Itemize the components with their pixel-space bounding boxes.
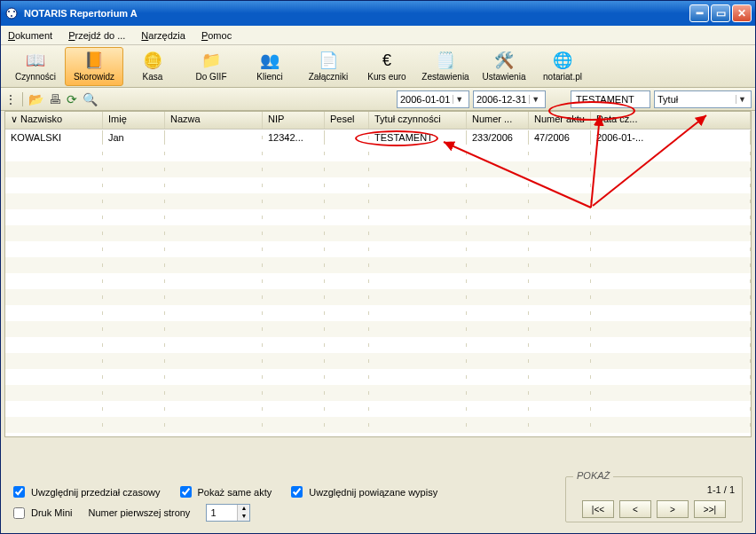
toolbar-klienci[interactable]: 👥Klienci (240, 47, 299, 86)
empty-row (5, 337, 751, 353)
print-icon[interactable]: 🖶 (49, 92, 61, 106)
empty-row (5, 401, 751, 417)
search-input[interactable] (574, 93, 647, 106)
grid-header: ∨ NazwiskoImięNazwaNIPPeselTytuł czynnoś… (5, 112, 751, 130)
pokaz-count: 1-1 / 1 (707, 484, 735, 495)
nav-first-button[interactable]: |<< (582, 500, 614, 518)
spin-down-icon[interactable]: ▼ (237, 513, 249, 521)
app-window: NOTARIS Repertorium A ━ ▭ ✕ Dokument Prz… (0, 0, 756, 534)
column-header[interactable]: Pesel (325, 112, 369, 129)
menu-przejdz-do[interactable]: Przejdź do ... (68, 30, 125, 41)
empty-row (5, 353, 751, 369)
nav-last-button[interactable]: >>| (694, 500, 726, 518)
column-header[interactable]: Numer ... (467, 112, 529, 129)
date-to-value: 2006-12-31 (476, 94, 526, 105)
empty-row (5, 369, 751, 385)
empty-row (5, 193, 751, 209)
toolbar-label: Czynności (15, 72, 56, 82)
column-header[interactable]: Numer aktu (529, 112, 591, 129)
menu-dokument[interactable]: Dokument (8, 30, 52, 41)
empty-row (5, 305, 751, 321)
menu-pomoc[interactable]: Pomoc (201, 30, 232, 41)
skorowidz-icon: 📙 (84, 51, 104, 70)
pokaz-group: POKAŻ 1-1 / 1 |<< < > >>| (565, 476, 743, 522)
chk-druk-mini-box[interactable] (13, 507, 25, 519)
toolbar-label: Ustawienia (483, 72, 526, 82)
svg-point-1 (8, 11, 10, 12)
toolbar-label: Do GIIF (195, 72, 226, 82)
pokaz-legend: POKAŻ (573, 470, 613, 481)
zalaczniki-icon: 📄 (319, 51, 338, 70)
cell-nip: 12342... (263, 130, 325, 145)
search-field-combo[interactable]: Tytuł ▼ (654, 90, 752, 108)
klienci-icon: 👥 (260, 51, 280, 70)
cell-nazwa (165, 136, 263, 139)
toolbar-skorowidz[interactable]: 📙Skorowidz (65, 47, 123, 86)
toolbar-label: Kurs euro (367, 72, 406, 82)
toolbar-kasa[interactable]: 🪙Kasa (123, 47, 182, 86)
search-icon[interactable]: 🔍 (83, 92, 98, 106)
cell-nazwisko: KOWALSKI (5, 130, 103, 145)
toolbar-kurs-euro[interactable]: €Kurs euro (358, 47, 416, 86)
grid-body: KOWALSKIJan12342...TESTAMENT233/200647/2… (5, 130, 751, 433)
column-header[interactable]: Nazwa (165, 112, 263, 129)
filter-bar: ⋮ 📂 🖶 ⟳ 🔍 2006-01-01 ▼ 2006-12-31 ▼ Tytu… (1, 88, 755, 111)
toolbar-czynnosci[interactable]: 📖Czynności (6, 47, 65, 86)
toolbar-label: Skorowidz (74, 72, 114, 82)
cell-tytul: TESTAMENT (369, 130, 467, 145)
numer-pierwszej-input[interactable] (207, 507, 237, 519)
spin-up-icon[interactable]: ▲ (237, 505, 249, 513)
menubar: Dokument Przejdź do ... Narzędzia Pomoc (1, 26, 755, 45)
chevron-down-icon[interactable]: ▼ (736, 95, 748, 104)
svg-point-3 (11, 15, 12, 17)
toolbar-label: notariat.pl (543, 72, 582, 82)
toolbar-do-giif[interactable]: 📁Do GIIF (182, 47, 240, 86)
column-header[interactable]: Imię (103, 112, 165, 129)
toolbar-label: Klienci (256, 72, 282, 82)
date-to-combo[interactable]: 2006-12-31 ▼ (473, 90, 546, 108)
cell-numer_aktu: 47/2006 (529, 130, 591, 145)
nav-next-button[interactable]: > (657, 500, 689, 518)
toolbar-label: Kasa (143, 72, 163, 82)
close-button[interactable]: ✕ (732, 4, 752, 22)
czynnosci-icon: 📖 (26, 51, 45, 70)
chk-uwzglednij-wypisy[interactable]: Uwzględnij powiązane wypisy (287, 483, 437, 500)
open-icon[interactable]: 📂 (28, 92, 43, 106)
empty-row (5, 161, 751, 177)
chk-pokaz-same-akty-box[interactable] (180, 486, 192, 498)
toolbar-notariat-pl[interactable]: 🌐notariat.pl (533, 47, 592, 86)
date-from-combo[interactable]: 2006-01-01 ▼ (397, 90, 469, 108)
toolbar-zestawienia[interactable]: 🗒️Zestawienia (416, 47, 475, 86)
column-header[interactable]: Data cz... (591, 112, 751, 129)
nav-prev-button[interactable]: < (619, 500, 651, 518)
kasa-icon: 🪙 (143, 51, 162, 70)
toolbar-zalaczniki[interactable]: 📄Załączniki (299, 47, 358, 86)
column-header[interactable]: Tytuł czynności (369, 112, 467, 129)
empty-row (5, 145, 751, 161)
toolbar: 📖Czynności📙Skorowidz🪙Kasa📁Do GIIF👥Klienc… (1, 45, 755, 88)
chk-pokaz-same-akty[interactable]: Pokaż same akty (177, 483, 272, 500)
kurs-euro-icon: € (377, 51, 397, 70)
numer-pierwszej-spinner[interactable]: ▲▼ (206, 504, 250, 522)
chk-uwzglednij-wypisy-box[interactable] (291, 486, 303, 498)
empty-row (5, 321, 751, 337)
chk-uwzglednij-przedzial[interactable]: Uwzględnij przedział czasowy (10, 483, 161, 500)
chevron-down-icon[interactable]: ▼ (529, 95, 541, 104)
divider-icon: ⋮ (4, 92, 23, 106)
table-row[interactable]: KOWALSKIJan12342...TESTAMENT233/200647/2… (5, 130, 751, 145)
toolbar-label: Zestawienia (421, 72, 469, 82)
maximize-button[interactable]: ▭ (711, 4, 730, 22)
toolbar-ustawienia[interactable]: 🛠️Ustawienia (475, 47, 533, 86)
menu-narzedzia[interactable]: Narzędzia (141, 30, 185, 41)
chevron-down-icon[interactable]: ▼ (453, 95, 465, 104)
app-icon (4, 6, 19, 20)
zestawienia-icon: 🗒️ (436, 51, 455, 70)
ustawienia-icon: 🛠️ (494, 51, 514, 70)
minimize-button[interactable]: ━ (689, 4, 709, 22)
column-header[interactable]: NIP (263, 112, 325, 129)
empty-row (5, 241, 751, 257)
refresh-icon[interactable]: ⟳ (67, 92, 77, 106)
column-header[interactable]: ∨ Nazwisko (5, 112, 103, 129)
chk-druk-mini[interactable]: Druk Mini (10, 505, 72, 522)
chk-uwzglednij-przedzial-box[interactable] (13, 486, 25, 498)
